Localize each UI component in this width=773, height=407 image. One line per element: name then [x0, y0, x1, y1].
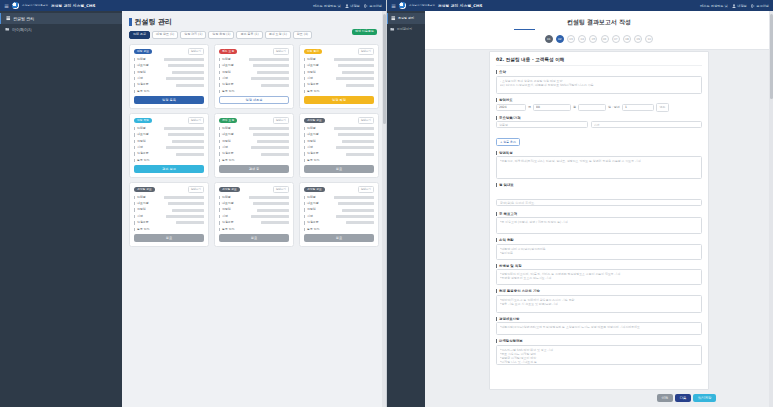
textarea-smart-tech[interactable]: *배달앱/키오스크 등 업체에서 활용중인 스마트 기술 현황*향후 기술 보급… [496, 295, 702, 313]
field-label-marketing: 마케팅실행여부 [496, 339, 702, 343]
step-circle[interactable]: 07 [612, 35, 620, 43]
field-label: 지역 [304, 146, 313, 149]
hint-text: *매출하락/구인난/상권변화/고객 특성/경쟁심화 등 소상공인이 느끼는 경영… [500, 325, 698, 329]
step-circle[interactable]: 01 [545, 35, 553, 43]
hint-text: *특별한 경쟁우위 요소가 없는지도 기재 [500, 276, 698, 280]
consulting-card: 결재 요청 상세보기 업체명 대표자명 연락처 지역 신청구분 등록 일자 결재… [214, 113, 294, 178]
report-form-main: 컨설팅 결과보고서 작성 01 02 03 04 05 06 [425, 11, 773, 407]
right-scrollbar[interactable] [769, 11, 773, 407]
card-action-button[interactable]: 일정 재조율 [219, 96, 289, 104]
form-navigation-buttons: 이전 다음 임시저장 [657, 394, 716, 402]
detail-button[interactable]: 상세보기 [273, 186, 289, 193]
sidebar-item-consulting[interactable]: 컨설팅 관리 [0, 13, 122, 24]
logout-link[interactable]: 로그아웃 [751, 4, 769, 8]
founding-year-row: 년 월 일 · 영업 년차 [496, 103, 702, 112]
detail-button[interactable]: 상세보기 [358, 48, 374, 55]
founding-day-input[interactable] [578, 104, 606, 111]
step-circle[interactable]: 03 [567, 35, 575, 43]
step-circle[interactable]: 04 [578, 35, 586, 43]
detail-button[interactable]: 상세보기 [273, 117, 289, 124]
card-action-button[interactable]: 완료 [219, 234, 289, 242]
field-label: 업체명 [304, 196, 316, 199]
status-filter-chip[interactable]: 일정 확정 (1) [208, 31, 234, 39]
add-product-button[interactable]: + 상품 추가 [496, 138, 520, 146]
detail-button[interactable]: 상세보기 [273, 48, 289, 55]
step-circle[interactable]: 02 [556, 35, 564, 43]
menu-hamburger-icon[interactable]: ≡ [391, 3, 396, 9]
product-name-input[interactable] [496, 121, 588, 128]
status-filter-chip[interactable]: 배정 완료 (1) [152, 31, 178, 39]
card-action-button[interactable]: 완료 [304, 165, 374, 173]
product-price-input[interactable] [591, 121, 703, 128]
consulting-list-content: 컨설팅 관리 전체 조회 배정 완료 (1) 일정 협의 (1) 일정 확정 (… [122, 11, 386, 407]
my-info-link[interactable]: 내정보 [345, 4, 360, 8]
field-label: 대표자명 [304, 64, 319, 67]
business-years-input[interactable] [622, 104, 654, 111]
value-bar [176, 153, 204, 156]
card-action-button[interactable]: 결과 보고 [134, 165, 204, 173]
value-bar [257, 140, 289, 143]
textarea-target-customer[interactable]: *주 이용고객 (연령대, 성별 / 거주민·직장인 등) 기재 [496, 217, 702, 234]
field-label-summary: 요약 [496, 70, 702, 74]
detail-button[interactable]: 상세보기 [188, 117, 204, 124]
field-label: 업체명 [219, 58, 231, 61]
card-action-button[interactable]: 결재 중 [219, 165, 289, 173]
prev-button[interactable]: 이전 [657, 394, 673, 402]
step-circle[interactable]: 10 [645, 35, 653, 43]
detail-button[interactable]: 상세보기 [358, 117, 374, 124]
logout-link[interactable]: 로그아웃 [364, 4, 382, 8]
value-bar [346, 153, 374, 156]
value-bar [164, 196, 204, 199]
textarea-profit[interactable]: *매출액 대비 수익/원가/월인건비율*순이익률 [496, 244, 702, 260]
textarea-differentiation[interactable]: *경쟁업체와 비교하여, 맛/품질, 서비스 등 차별화된 핵심경쟁요소 수준이… [496, 269, 702, 285]
value-bar [166, 77, 204, 80]
value-bar [336, 215, 374, 218]
status-filter-chip[interactable]: 일정 협의 (1) [180, 31, 206, 39]
detail-button[interactable]: 상세보기 [188, 186, 204, 193]
field-label: 지역 [219, 77, 228, 80]
status-filter-chip[interactable]: 전체 조회 [129, 31, 150, 39]
detail-button[interactable]: 상세보기 [358, 186, 374, 193]
field-label: 신청구분 [219, 152, 234, 155]
textarea-marketing[interactable]: *인스타그램 SNS 배달 채널 및 광고 기재*주로 사용하는 마케팅 방법*… [496, 345, 702, 365]
field-label: 등록 일자 [219, 159, 234, 162]
consulting-card: 컨설팅 완료 상세보기 업체명 대표자명 연락처 지역 신청구분 등록 일자 완… [299, 113, 379, 178]
sidebar-item-mypage[interactable]: 마이페이지 [0, 24, 122, 35]
field-label: 대표자명 [134, 133, 149, 136]
sidebar-item-consulting[interactable]: 컨설팅 관리 [387, 13, 425, 24]
status-filter-chip[interactable]: 결재 요청 (1) [265, 31, 291, 39]
field-label: 신청구분 [304, 221, 319, 224]
card-action-button[interactable]: 일정 등록 [134, 96, 204, 104]
step-circle[interactable]: 06 [601, 35, 609, 43]
window-consulting-list: ≡ 소상공인시장진흥공단 컨설팅 관리 시스템_CMS 테스트 컨설턴트 님 내… [0, 0, 386, 407]
step-circle[interactable]: 09 [634, 35, 642, 43]
window-report-form: ≡ 소상공인시장진흥공단 컨설팅 관리 시스템_CMS 테스트 컨설턴트 님 내… [386, 0, 773, 407]
step-circle[interactable]: 08 [623, 35, 631, 43]
step-circle[interactable]: 05 [589, 35, 597, 43]
value-bar [334, 196, 374, 199]
card-action-button[interactable]: 완료 [134, 234, 204, 242]
sidebar-item-mypage[interactable]: 마이페이지 [387, 24, 425, 35]
hint-text: ex) 10년차 사장님으로서, 매출증대 전략으로 SNS마케팅에 니즈가 있… [500, 83, 698, 87]
status-filter-chip[interactable]: 결과 등록 (1) [236, 31, 262, 39]
my-info-link[interactable]: 내정보 [732, 4, 747, 8]
next-button[interactable]: 다음 [675, 394, 691, 402]
status-badge: 결재 요청 [219, 118, 237, 123]
status-badge: 컨설팅 완료 [219, 187, 240, 192]
monthly-rent-input[interactable] [496, 199, 702, 206]
detail-button[interactable]: 상세보기 [188, 48, 204, 55]
excel-download-button[interactable]: 엑셀 다운로드 [352, 29, 377, 35]
card-action-button[interactable]: 일정 확정 [304, 96, 374, 104]
temp-save-button[interactable]: 임시저장 [693, 394, 716, 402]
menu-hamburger-icon[interactable]: ≡ [4, 3, 9, 9]
status-filter-chip[interactable]: 완료 (4) [293, 31, 312, 39]
founding-month-input[interactable] [533, 104, 571, 111]
textarea-difficulties[interactable]: *매출하락/구인난/상권변화/고객 특성/경쟁심화 등 소상공인이 느끼는 경영… [496, 322, 702, 335]
left-sidebar: 컨설팅 관리 마이페이지 [0, 11, 122, 407]
consulting-card: 배정 완료 상세보기 업체명 대표자명 연락처 지역 신청구분 등록 일자 일정… [129, 44, 209, 109]
textarea-summary[interactable]: - 소상공인의 현재 상황과 컨설팅 신청 배경 요약ex) 10년차 사장님으… [496, 76, 702, 94]
card-action-button[interactable]: 완료 [304, 234, 374, 242]
founding-year-input[interactable] [496, 104, 526, 111]
active-tab-indicator [514, 29, 535, 31]
textarea-trade-area[interactable]: *유동인구, 배후세대(주거/오피스), 접근성, 임대료, 경쟁업소 밀집도 … [496, 156, 702, 179]
